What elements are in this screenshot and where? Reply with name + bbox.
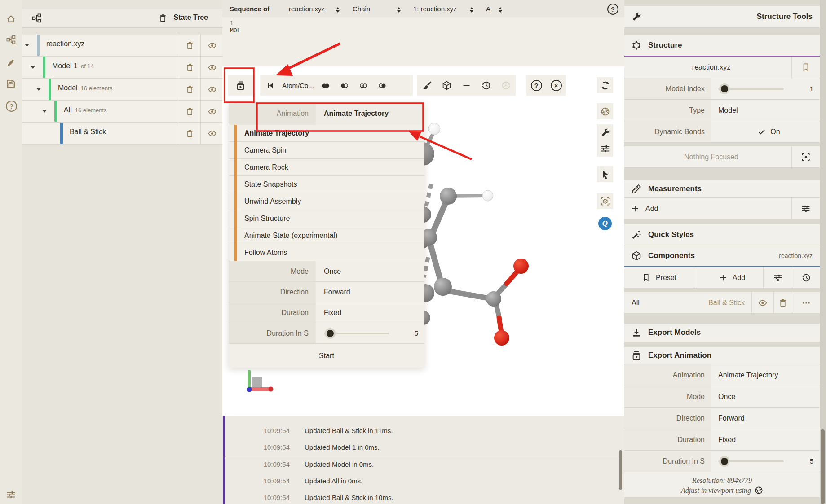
logo-button[interactable]: Q <box>597 215 613 232</box>
slider-knob[interactable] <box>325 328 336 339</box>
menu-item-unwind-assembly[interactable]: Unwind Assembly <box>229 193 424 210</box>
section-export-models[interactable]: Export Models <box>624 324 820 342</box>
mode-value[interactable]: Once <box>316 261 424 281</box>
focus-button[interactable] <box>791 146 820 167</box>
export-duration-slider[interactable] <box>718 460 784 462</box>
row-value[interactable]: Once <box>711 386 820 407</box>
select-subtract-icon[interactable] <box>339 82 350 90</box>
select-none-icon[interactable] <box>358 82 369 90</box>
tree-row[interactable]: All16 elements <box>22 101 223 123</box>
menu-item-camera-spin[interactable]: Camera Spin <box>229 142 424 159</box>
add-measurement-button[interactable]: Add <box>645 205 658 213</box>
tree-row[interactable]: Ball & Stick <box>22 123 223 145</box>
component-options-button[interactable] <box>763 267 792 288</box>
component-style[interactable]: Ball & Stick <box>671 292 751 313</box>
delete-node-button[interactable] <box>178 35 201 56</box>
residue-code[interactable]: MOL <box>230 27 240 34</box>
expand-viewport-button[interactable] <box>597 193 613 209</box>
component-history-button[interactable] <box>792 267 820 288</box>
delete-node-button[interactable] <box>178 79 201 100</box>
preset-button[interactable]: Preset <box>624 267 694 288</box>
chevron-down-icon[interactable] <box>42 110 47 115</box>
type-value[interactable]: Model <box>711 100 820 121</box>
animation-menu-button[interactable] <box>228 75 253 96</box>
duration-row[interactable]: Duration Fixed <box>229 302 424 323</box>
duration-value[interactable]: Fixed <box>316 302 424 323</box>
dynamic-bonds-value[interactable]: On <box>770 128 780 136</box>
start-button[interactable]: Start <box>229 344 424 368</box>
type-row[interactable]: Type Model <box>624 100 820 121</box>
help-icon[interactable]: ? <box>6 101 17 112</box>
visibility-toggle[interactable] <box>200 57 223 78</box>
menu-item-animate-state[interactable]: Animate State (experimental) <box>229 227 424 244</box>
selection-mode-button[interactable] <box>597 166 613 182</box>
component-visibility-button[interactable] <box>751 292 773 313</box>
add-component-button[interactable]: Add <box>694 267 763 288</box>
remove-component-button[interactable] <box>456 75 476 96</box>
delete-node-button[interactable] <box>178 101 201 122</box>
theme-brush-button[interactable] <box>417 75 437 96</box>
close-selection-button[interactable]: × <box>546 75 566 96</box>
section-components[interactable]: Components reaction.xyz <box>624 245 820 267</box>
dynamic-bonds-row[interactable]: Dynamic Bonds On <box>624 121 820 143</box>
log-panel[interactable]: 10:09:54 Updated Ball & Stick in 11ms. 1… <box>222 416 624 504</box>
representation-button[interactable] <box>437 75 456 96</box>
component-delete-button[interactable] <box>773 292 792 313</box>
component-row[interactable]: All Ball & Stick <box>624 292 820 314</box>
help-toggle-icon[interactable]: ? <box>607 4 618 15</box>
remove-all-trash-icon[interactable] <box>159 14 167 22</box>
direction-value[interactable]: Forward <box>316 282 424 302</box>
state-tree-icon[interactable] <box>6 35 16 44</box>
settings-button[interactable] <box>597 140 613 157</box>
tree-row[interactable]: Model 1of 14 <box>22 57 223 79</box>
visibility-toggle[interactable] <box>200 79 223 100</box>
select-arrows-icon[interactable] <box>470 5 473 14</box>
reset-camera-button[interactable] <box>597 77 613 93</box>
direction-row[interactable]: Direction Forward <box>229 282 424 302</box>
select-all-icon[interactable] <box>320 82 331 90</box>
menu-item-spin-structure[interactable]: Spin Structure <box>229 210 424 227</box>
redo-button[interactable] <box>496 75 516 96</box>
screenshot-button[interactable] <box>597 103 613 119</box>
model-select[interactable]: 1: reaction.xyz <box>413 0 457 17</box>
controls-toggle-button[interactable] <box>597 124 613 140</box>
select-add-icon[interactable] <box>377 82 388 90</box>
section-quick-styles[interactable]: Quick Styles <box>624 224 820 245</box>
visibility-toggle[interactable] <box>200 35 223 56</box>
tree-row[interactable]: reaction.xyz <box>22 35 223 57</box>
save-icon[interactable] <box>6 79 16 88</box>
chevron-down-icon[interactable] <box>31 66 35 71</box>
log-scrollbar[interactable] <box>619 450 622 490</box>
component-name[interactable]: All <box>624 292 671 313</box>
select-arrows-icon[interactable] <box>499 5 502 14</box>
export-animation-row[interactable]: Animation Animate Trajectory <box>624 364 820 386</box>
visibility-toggle[interactable] <box>200 123 223 144</box>
tree-icon[interactable] <box>32 13 41 23</box>
component-more-button[interactable] <box>792 292 820 313</box>
animation-select-row[interactable]: Animation Animate Trajectory <box>229 102 424 125</box>
chevron-down-icon[interactable] <box>25 44 29 49</box>
row-value[interactable]: Animate Trajectory <box>711 364 820 386</box>
export-direction-row[interactable]: Direction Forward <box>624 408 820 429</box>
delete-node-button[interactable] <box>178 57 201 78</box>
model-index-slider[interactable] <box>718 88 784 90</box>
save-preset-button[interactable] <box>791 57 820 78</box>
panel-scrollbar[interactable] <box>821 429 825 504</box>
home-icon[interactable] <box>6 14 16 23</box>
menu-item-state-snapshots[interactable]: State Snapshots <box>229 176 424 193</box>
export-duration-row[interactable]: Duration Fixed <box>624 429 820 451</box>
menu-item-camera-rock[interactable]: Camera Rock <box>229 159 424 176</box>
export-mode-row[interactable]: Mode Once <box>624 386 820 408</box>
structure-select[interactable]: reaction.xyz <box>289 0 325 17</box>
selection-help-button[interactable]: ? <box>526 75 546 96</box>
section-structure[interactable]: Structure <box>624 35 820 57</box>
animation-select-value[interactable]: Animate Trajectory <box>316 102 424 125</box>
settings-sliders-icon[interactable] <box>6 490 16 500</box>
undo-button[interactable] <box>476 75 496 96</box>
menu-item-follow-atoms[interactable]: Follow Atoms <box>229 244 424 261</box>
viewport[interactable]: Atom/Co... ? × Q Animation Animate Traje… <box>222 66 624 416</box>
section-export-animation[interactable]: Export Animation <box>624 347 820 364</box>
granularity-dropdown[interactable]: Atom/Co... <box>282 82 314 89</box>
row-value[interactable]: Forward <box>711 408 820 429</box>
tree-row[interactable]: Model16 elements <box>22 79 223 101</box>
